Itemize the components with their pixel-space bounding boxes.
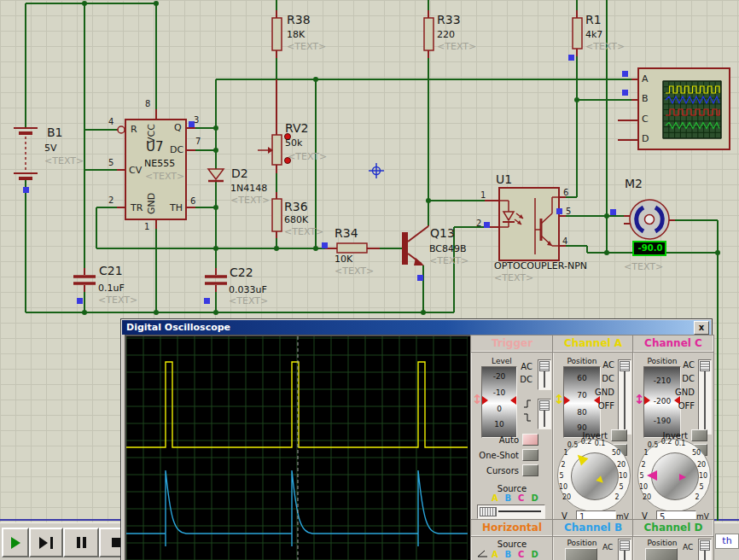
horizontal-header: Horizontal: [471, 520, 553, 537]
scale-value: 0: [482, 405, 516, 413]
source-channel-d: D: [532, 494, 538, 503]
knob-scale-value: 10: [619, 472, 627, 480]
knob-scale-value: 0.5: [567, 441, 579, 449]
step-button[interactable]: [29, 528, 63, 557]
knob-scale-value: 2: [614, 493, 619, 501]
coupling-label: DC: [666, 375, 695, 383]
trigger-coupling-switch[interactable]: [538, 359, 551, 390]
channel-d-position-button[interactable]: [645, 548, 678, 560]
coupling-label: OFF: [666, 402, 695, 411]
channel-c-header: Channel C: [633, 335, 713, 353]
transistor-q13[interactable]: [402, 225, 428, 265]
battery-b1[interactable]: [14, 128, 38, 178]
origin-markers: [23, 55, 628, 304]
motor-m2[interactable]: [630, 200, 669, 239]
channel-d-coupling-switch[interactable]: [698, 539, 712, 560]
trigger-edge-switch[interactable]: [538, 399, 551, 429]
pause-button[interactable]: [63, 528, 99, 557]
source-channel-a: A: [492, 494, 498, 503]
auto-button[interactable]: [522, 434, 538, 446]
knob-scale-value: 5: [639, 472, 643, 480]
horizontal-source-label: Source: [488, 540, 536, 549]
position-label-d: Position: [642, 540, 683, 547]
trigger-arrows-icon[interactable]: ↕: [472, 394, 483, 406]
trigger-panel: Trigger Level -20-10010 ↕ ACDC Auto One-…: [470, 335, 554, 521]
position-label-b: Position: [562, 540, 602, 547]
channel-a-gain-knob[interactable]: 0.50.20.1125102050201052: [557, 439, 631, 512]
channel-a-arrows-icon[interactable]: ↕: [554, 394, 565, 406]
one-shot-button[interactable]: [522, 449, 538, 461]
rising-edge-icon: [522, 399, 532, 409]
horizontal-panel: Horizontal Source ABCD: [470, 519, 554, 560]
knob-scale-value: 2: [695, 493, 699, 501]
invert-button-a[interactable]: [611, 429, 627, 441]
channel-a-panel: Channel A Position 60708090 ↕ ACDCGNDOFF…: [552, 335, 634, 521]
trigger-source-slider[interactable]: [477, 505, 545, 519]
knob-scale-value: 50: [612, 449, 620, 457]
knob-scale-value: 1: [563, 449, 567, 457]
channel-b-ac-label: AC: [602, 544, 613, 551]
knob-scale-value: 5: [699, 483, 703, 491]
step-icon: [39, 537, 48, 549]
capacitor-c22[interactable]: [205, 277, 227, 283]
knob-scale-value: 0.1: [595, 440, 606, 447]
channel-c-arrows-icon[interactable]: ↕: [634, 394, 645, 406]
channel-b-header: Channel B: [553, 520, 633, 537]
scale-value: -190: [644, 417, 680, 425]
crosshair-cursor: [369, 163, 384, 178]
play-icon: [11, 537, 20, 549]
close-icon[interactable]: x: [694, 321, 709, 335]
motor-reading: -90.0: [637, 243, 664, 254]
proteus-workspace: { "window": { "title": "Digital Oscillos…: [0, 0, 739, 560]
source-channel-a: A: [492, 551, 498, 559]
oscilloscope-symbol[interactable]: [638, 68, 730, 149]
channel-c-panel: Channel C Position -210-200-190 ↕ ACDCGN…: [632, 335, 714, 521]
auto-label: Auto: [488, 436, 519, 445]
play-button[interactable]: [2, 528, 29, 557]
coupling-label: GND: [585, 388, 614, 397]
channel-b-panel: Channel B Position AC: [552, 519, 634, 560]
window-titlebar[interactable]: Digital Oscilloscope: [122, 320, 711, 335]
knob-scale-value: 10: [639, 483, 648, 491]
stop-icon: [112, 538, 121, 547]
cursors-label: Cursors: [481, 467, 519, 475]
window-title: Digital Oscilloscope: [126, 322, 230, 333]
scope-screen[interactable]: [125, 335, 473, 560]
ic-u7-ne555[interactable]: [118, 120, 186, 219]
channel-b-coupling-switch[interactable]: [618, 539, 631, 560]
potentiometer-rv2[interactable]: [258, 134, 291, 166]
invert-button-c[interactable]: [691, 429, 707, 441]
channel-c-coupling-switch[interactable]: [698, 359, 712, 435]
channel-a-header: Channel A: [553, 335, 633, 353]
knob-scale-value: 5: [559, 472, 563, 480]
knob-scale-value: 0.1: [675, 440, 686, 447]
resistor-r33[interactable]: [424, 18, 434, 50]
knob-pointer-c: [647, 470, 657, 481]
diode-d2[interactable]: [208, 169, 224, 181]
knob-scale-value: 0.2: [581, 438, 592, 446]
coupling-label: GND: [666, 388, 695, 397]
coupling-label: DC: [503, 376, 532, 384]
knob-scale-value: 10: [559, 483, 567, 491]
status-text: th: [715, 534, 739, 549]
knob-scale-value: 5: [619, 483, 623, 491]
capacitor-c21[interactable]: [73, 277, 96, 283]
knob-scale-value: 20: [562, 493, 571, 501]
channel-a-coupling-switch[interactable]: [618, 359, 631, 435]
source-channel-c: C: [518, 494, 524, 503]
coupling-label: OFF: [585, 402, 614, 411]
coupling-label: AC: [503, 363, 532, 371]
channel-c-gain-knob[interactable]: 0.50.20.1125102050201052: [637, 439, 711, 512]
resistor-r34[interactable]: [337, 243, 367, 253]
optocoupler-u1[interactable]: [499, 188, 559, 260]
resistor-r38[interactable]: [272, 18, 282, 50]
resistor-r1[interactable]: [573, 18, 582, 49]
trigger-header: Trigger: [471, 335, 553, 353]
channel-b-position-button[interactable]: [565, 548, 597, 560]
knob-scale-value: 2: [641, 461, 645, 469]
oscilloscope-window: Digital Oscilloscope x Trigger Level -20…: [120, 318, 713, 560]
cursors-button[interactable]: [522, 464, 538, 476]
source-channel-b: B: [505, 494, 512, 503]
resistor-r36[interactable]: [272, 199, 282, 231]
knob-scale-value: 10: [699, 472, 707, 480]
